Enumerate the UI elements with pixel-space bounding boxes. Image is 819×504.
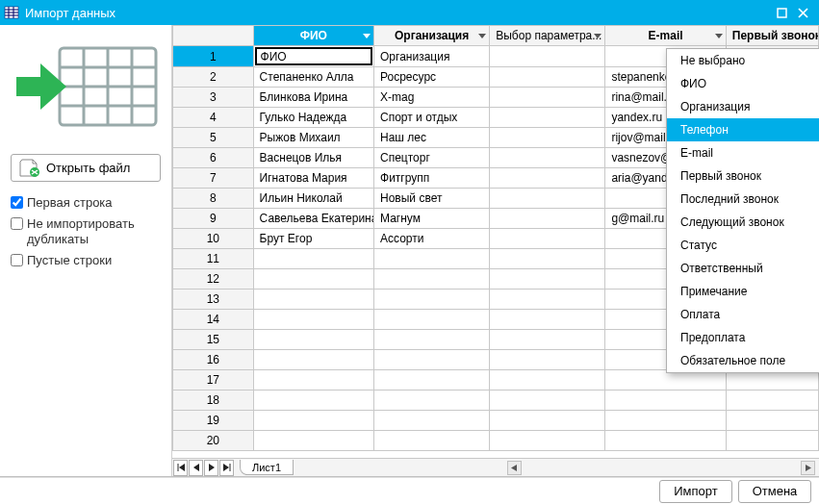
sheet-tab[interactable]: Лист1	[240, 460, 294, 475]
cell-fio[interactable]: Блинкова Ирина	[253, 88, 373, 108]
cell-fio[interactable]	[253, 431, 373, 451]
cell-fio[interactable]: Брут Егор	[253, 229, 373, 249]
cell[interactable]	[374, 330, 490, 350]
row-number[interactable]: 16	[173, 350, 254, 370]
cell-fio[interactable]: Васнецов Илья	[253, 148, 373, 168]
cell[interactable]: Магнум	[374, 209, 490, 229]
col-header-firstcall[interactable]: Первый звонок	[726, 26, 818, 46]
cell-fio[interactable]: Гулько Надежда	[253, 108, 373, 128]
cell[interactable]	[374, 269, 490, 290]
dropdown-item[interactable]: Ответственный	[667, 257, 819, 280]
row-number[interactable]: 15	[173, 330, 254, 350]
cell[interactable]	[374, 350, 490, 370]
col-header-param[interactable]: Выбор параметра...	[490, 26, 605, 46]
cell[interactable]	[726, 411, 818, 431]
cell[interactable]	[490, 67, 605, 88]
cell[interactable]	[490, 128, 605, 148]
cell[interactable]	[374, 310, 490, 330]
cell-fio[interactable]: Рыжов Михаил	[253, 128, 373, 148]
cell-fio[interactable]: Игнатова Мария	[253, 168, 373, 189]
cell[interactable]: Ассорти	[374, 229, 490, 249]
cell[interactable]	[374, 249, 490, 269]
row-number[interactable]: 9	[173, 209, 254, 229]
import-button[interactable]: Импорт	[659, 480, 732, 503]
maximize-button[interactable]	[771, 4, 792, 21]
cell[interactable]	[490, 391, 605, 411]
dropdown-item[interactable]: Примечание	[667, 280, 819, 303]
cell[interactable]	[726, 391, 818, 411]
cell[interactable]	[605, 431, 726, 451]
row-number[interactable]: 12	[173, 269, 254, 290]
grid-scroll[interactable]: ФИО Организация Выбор параметра...	[172, 25, 819, 458]
cell[interactable]	[490, 269, 605, 290]
chevron-down-icon[interactable]	[714, 31, 724, 40]
row-number[interactable]: 7	[173, 168, 254, 189]
cell[interactable]	[490, 168, 605, 189]
row-number[interactable]: 4	[173, 108, 254, 128]
dropdown-item[interactable]: Следующий звонок	[667, 211, 819, 234]
open-file-button[interactable]: Открыть файл	[11, 154, 161, 182]
cell[interactable]	[490, 431, 605, 451]
checkbox-first-row[interactable]: Первая строка	[11, 195, 161, 211]
dropdown-item[interactable]: Последний звонок	[667, 188, 819, 211]
cell[interactable]	[490, 209, 605, 229]
row-number[interactable]: 8	[173, 189, 254, 209]
cell[interactable]: Организация	[374, 46, 490, 67]
sheet-nav-next[interactable]	[204, 460, 218, 476]
cell-fio[interactable]	[253, 310, 373, 330]
row-number[interactable]: 10	[173, 229, 254, 249]
cell-fio[interactable]	[253, 330, 373, 350]
hscroll-right[interactable]	[801, 461, 815, 475]
cell-fio[interactable]	[253, 370, 373, 391]
cell[interactable]	[374, 290, 490, 310]
cell-fio[interactable]	[253, 350, 373, 370]
cell[interactable]: Фитгрупп	[374, 168, 490, 189]
dropdown-item[interactable]: E-mail	[667, 141, 819, 164]
checkbox-empty-rows-input[interactable]	[11, 254, 23, 266]
cell[interactable]: Росресурс	[374, 67, 490, 88]
cell-fio[interactable]	[253, 249, 373, 269]
cell[interactable]	[490, 370, 605, 391]
cancel-button[interactable]: Отмена	[738, 480, 811, 503]
dropdown-item[interactable]: ФИО	[667, 72, 819, 95]
cell-fio[interactable]	[253, 290, 373, 310]
chevron-down-icon[interactable]	[593, 31, 602, 40]
cell-fio[interactable]	[253, 411, 373, 431]
cell[interactable]: Новый свет	[374, 189, 490, 209]
checkbox-empty-rows[interactable]: Пустые строки	[11, 253, 161, 268]
dropdown-item[interactable]: Оплата	[667, 303, 819, 326]
cell[interactable]	[490, 46, 605, 67]
sheet-nav-prev[interactable]	[189, 460, 203, 476]
col-header-rownum[interactable]	[173, 26, 254, 46]
cell-fio[interactable]	[253, 269, 373, 290]
dropdown-item[interactable]: Статус	[667, 234, 819, 257]
row-number[interactable]: 13	[173, 290, 254, 310]
cell[interactable]	[490, 310, 605, 330]
dropdown-item[interactable]: Предоплата	[667, 326, 819, 349]
cell[interactable]	[490, 108, 605, 128]
cell[interactable]	[490, 330, 605, 350]
checkbox-no-duplicates-input[interactable]	[11, 217, 23, 230]
cell[interactable]	[374, 411, 490, 431]
row-number[interactable]: 17	[173, 370, 254, 391]
cell-fio[interactable]	[253, 46, 373, 67]
cell[interactable]: X-mag	[374, 88, 490, 108]
row-number[interactable]: 20	[173, 431, 254, 451]
col-header-email[interactable]: E-mail	[605, 26, 726, 46]
cell[interactable]: Спецторг	[374, 148, 490, 168]
cell[interactable]	[490, 249, 605, 269]
horizontal-scrollbar[interactable]	[294, 461, 819, 475]
row-number[interactable]: 2	[173, 67, 254, 88]
cell[interactable]: Спорт и отдых	[374, 108, 490, 128]
cell[interactable]	[490, 411, 605, 431]
cell[interactable]	[726, 431, 818, 451]
cell[interactable]	[605, 411, 726, 431]
row-number[interactable]: 18	[173, 391, 254, 411]
column-mapping-dropdown[interactable]: Не выбраноФИООрганизацияТелефонE-mailПер…	[666, 48, 819, 373]
dropdown-item[interactable]: Первый звонок	[667, 164, 819, 188]
col-header-org[interactable]: Организация	[374, 26, 490, 46]
chevron-down-icon[interactable]	[477, 31, 487, 40]
cell[interactable]	[490, 189, 605, 209]
cell[interactable]	[490, 148, 605, 168]
chevron-down-icon[interactable]	[362, 31, 371, 40]
